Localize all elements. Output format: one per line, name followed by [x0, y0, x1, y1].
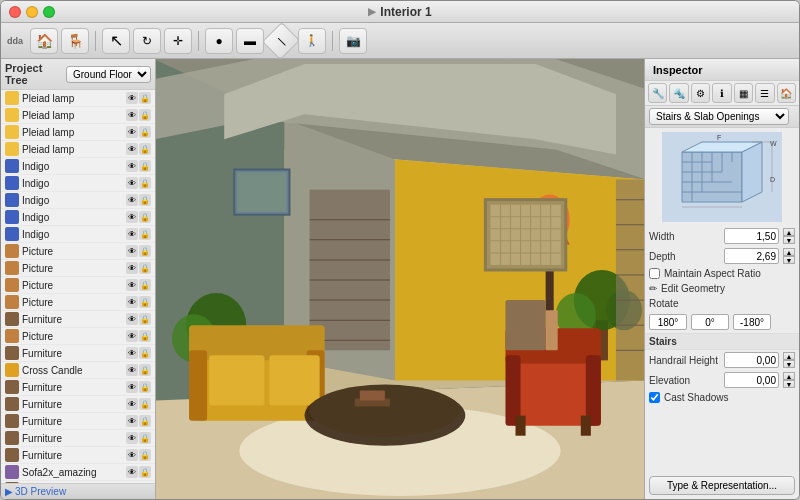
width-up[interactable]: ▲ [783, 228, 795, 236]
lock-toggle[interactable]: 🔒 [139, 92, 151, 104]
lock-toggle[interactable]: 🔒 [139, 194, 151, 206]
visibility-toggle[interactable]: 👁 [126, 262, 138, 274]
visibility-toggle[interactable]: 👁 [126, 330, 138, 342]
elevation-down[interactable]: ▼ [783, 380, 795, 388]
lock-toggle[interactable]: 🔒 [139, 228, 151, 240]
tree-item[interactable]: Indigo👁🔒 [1, 226, 155, 243]
tree-item[interactable]: Furniture👁🔒 [1, 396, 155, 413]
handrail-down[interactable]: ▼ [783, 360, 795, 368]
tree-item[interactable]: Furniture👁🔒 [1, 447, 155, 464]
lock-toggle[interactable]: 🔒 [139, 347, 151, 359]
lock-toggle[interactable]: 🔒 [139, 126, 151, 138]
lock-toggle[interactable]: 🔒 [139, 313, 151, 325]
tree-item[interactable]: Indigo👁🔒 [1, 158, 155, 175]
tree-item[interactable]: Furniture👁🔒 [1, 345, 155, 362]
visibility-toggle[interactable]: 👁 [126, 126, 138, 138]
tree-item[interactable]: Indigo👁🔒 [1, 209, 155, 226]
pan-button[interactable]: ✛ [164, 28, 192, 54]
lock-toggle[interactable]: 🔒 [139, 296, 151, 308]
orbit-button[interactable]: ↻ [133, 28, 161, 54]
tree-item[interactable]: Picture👁🔒 [1, 328, 155, 345]
handrail-up[interactable]: ▲ [783, 352, 795, 360]
inspector-btn-6[interactable]: ☰ [755, 83, 774, 103]
depth-down[interactable]: ▼ [783, 256, 795, 264]
visibility-toggle[interactable]: 👁 [126, 160, 138, 172]
tree-item[interactable]: Indigo👁🔒 [1, 192, 155, 209]
visibility-toggle[interactable]: 👁 [126, 398, 138, 410]
camera-button[interactable]: 📷 [339, 28, 367, 54]
visibility-toggle[interactable]: 👁 [126, 194, 138, 206]
lock-toggle[interactable]: 🔒 [139, 109, 151, 121]
tree-item[interactable]: Picture👁🔒 [1, 260, 155, 277]
tree-item[interactable]: Pleiad lamp👁🔒 [1, 141, 155, 158]
tree-item[interactable]: Pleiad lamp👁🔒 [1, 124, 155, 141]
walk-button[interactable]: 🚶 [298, 28, 326, 54]
lock-toggle[interactable]: 🔒 [139, 415, 151, 427]
visibility-toggle[interactable]: 👁 [126, 296, 138, 308]
depth-up[interactable]: ▲ [783, 248, 795, 256]
lock-toggle[interactable]: 🔒 [139, 262, 151, 274]
inspector-btn-5[interactable]: ▦ [734, 83, 753, 103]
close-button[interactable] [9, 6, 21, 18]
depth-input[interactable] [724, 248, 779, 264]
lock-toggle[interactable]: 🔒 [139, 177, 151, 189]
edit-geometry-button[interactable]: ✏ Edit Geometry [645, 281, 799, 296]
lock-toggle[interactable]: 🔒 [139, 364, 151, 376]
tree-item[interactable]: Furniture👁🔒 [1, 379, 155, 396]
visibility-toggle[interactable]: 👁 [126, 109, 138, 121]
visibility-toggle[interactable]: 👁 [126, 415, 138, 427]
lock-toggle[interactable]: 🔒 [139, 432, 151, 444]
inspector-btn-4[interactable]: ℹ [712, 83, 731, 103]
visibility-toggle[interactable]: 👁 [126, 228, 138, 240]
rotate-0-input[interactable] [691, 314, 729, 330]
rotate-neg180-input[interactable] [649, 314, 687, 330]
visibility-toggle[interactable]: 👁 [126, 177, 138, 189]
lock-toggle[interactable]: 🔒 [139, 398, 151, 410]
elevation-up[interactable]: ▲ [783, 372, 795, 380]
tree-item[interactable]: Pleiad lamp👁🔒 [1, 90, 155, 107]
lock-toggle[interactable]: 🔒 [139, 211, 151, 223]
minimize-button[interactable] [26, 6, 38, 18]
visibility-toggle[interactable]: 👁 [126, 449, 138, 461]
tree-item[interactable]: Furniture👁🔒 [1, 311, 155, 328]
house-button[interactable]: 🏠 [30, 28, 58, 54]
inspector-btn-2[interactable]: 🔩 [669, 83, 688, 103]
rect-button[interactable]: ▬ [236, 28, 264, 54]
lock-toggle[interactable]: 🔒 [139, 143, 151, 155]
tree-item[interactable]: Picture👁🔒 [1, 294, 155, 311]
cursor-button[interactable]: ↖ [102, 28, 130, 54]
visibility-toggle[interactable]: 👁 [126, 143, 138, 155]
viewport[interactable] [156, 59, 644, 499]
width-down[interactable]: ▼ [783, 236, 795, 244]
visibility-toggle[interactable]: 👁 [126, 211, 138, 223]
furniture-button[interactable]: 🪑 [61, 28, 89, 54]
lock-toggle[interactable]: 🔒 [139, 381, 151, 393]
floor-selector[interactable]: Ground Floor [66, 66, 151, 83]
line-button[interactable]: | [262, 21, 300, 59]
lock-toggle[interactable]: 🔒 [139, 466, 151, 478]
lock-toggle[interactable]: 🔒 [139, 245, 151, 257]
maximize-button[interactable] [43, 6, 55, 18]
lock-toggle[interactable]: 🔒 [139, 449, 151, 461]
visibility-toggle[interactable]: 👁 [126, 347, 138, 359]
tree-item[interactable]: Sofa2x_amazing👁🔒 [1, 464, 155, 481]
handrail-input[interactable] [724, 352, 779, 368]
visibility-toggle[interactable]: 👁 [126, 432, 138, 444]
3d-preview-link[interactable]: ▶ 3D Preview [5, 486, 151, 497]
tree-item[interactable]: Picture👁🔒 [1, 243, 155, 260]
visibility-toggle[interactable]: 👁 [126, 381, 138, 393]
cast-shadows-checkbox[interactable] [649, 392, 660, 403]
inspector-btn-3[interactable]: ⚙ [691, 83, 710, 103]
visibility-toggle[interactable]: 👁 [126, 466, 138, 478]
inspector-btn-1[interactable]: 🔧 [648, 83, 667, 103]
lock-toggle[interactable]: 🔒 [139, 279, 151, 291]
tree-item[interactable]: Cross Candle👁🔒 [1, 362, 155, 379]
lock-toggle[interactable]: 🔒 [139, 330, 151, 342]
stairs-dropdown[interactable]: Stairs & Slab Openings [649, 108, 789, 125]
tree-item[interactable]: Furniture👁🔒 [1, 413, 155, 430]
visibility-toggle[interactable]: 👁 [126, 313, 138, 325]
visibility-toggle[interactable]: 👁 [126, 92, 138, 104]
tree-item[interactable]: Picture👁🔒 [1, 277, 155, 294]
width-input[interactable] [724, 228, 779, 244]
lock-toggle[interactable]: 🔒 [139, 160, 151, 172]
